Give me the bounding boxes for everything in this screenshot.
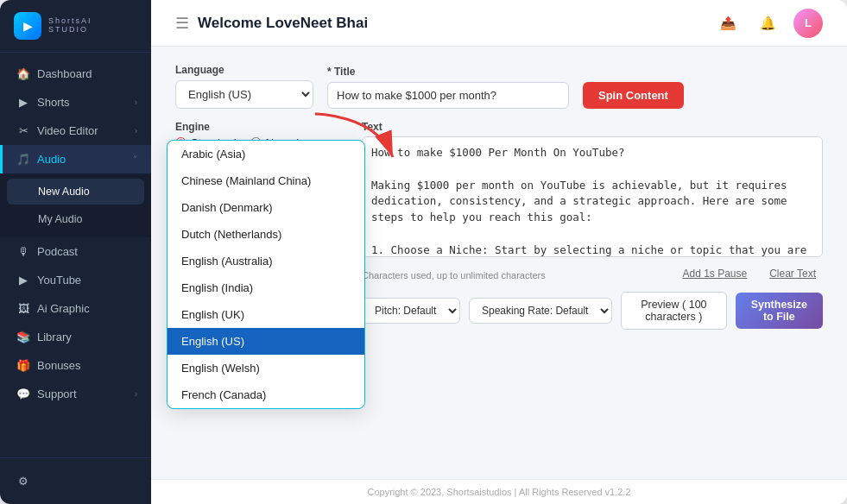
dropdown-item-arabic[interactable]: Arabic (Asia) [168,141,364,167]
notification-icon[interactable]: 🔔 [754,9,781,37]
dropdown-item-chinese[interactable]: Chinese (Mainland China) [168,167,364,194]
sidebar-item-new-audio[interactable]: New Audio [7,179,144,205]
sidebar-toggle-icon[interactable]: ☰ [175,14,189,33]
sidebar-logo: ▶ ShortsAI STUDIO [0,0,151,53]
synthesize-button[interactable]: Synthesize to File [736,293,823,329]
engine-label: Engine [175,121,348,133]
sidebar-bottom: ⚙ [0,457,151,504]
form-area: Language English (US) Arabic (Asia) * Ti… [151,47,847,479]
dropdown-item-english-au[interactable]: English (Australia) [168,248,364,274]
language-dropdown: Arabic (Asia) Chinese (Mainland China) D… [167,140,365,409]
dropdown-item-english-welsh[interactable]: English (Welsh) [168,355,364,381]
youtube-icon: ▶ [16,274,30,287]
app-window: ▶ ShortsAI STUDIO 🏠Dashboard ▶Shorts › ✂… [0,0,847,504]
spin-label: Spin Content [583,66,684,78]
chevron-right-icon: › [135,98,137,107]
title-label: * Title [327,66,569,78]
video-editor-icon: ✂ [16,124,30,137]
library-icon: 📚 [16,331,30,343]
sidebar-item-podcast[interactable]: 🎙Podcast [0,237,151,266]
sidebar-item-bonuses[interactable]: 🎁Bonuses [0,351,151,380]
audio-icon: 🎵 [16,153,30,166]
footer: Copyright © 2023, Shortsaistudios | All … [151,479,847,504]
dropdown-list: Arabic (Asia) Chinese (Mainland China) D… [168,141,364,408]
spin-group: Spin Content Spin Content [583,66,684,109]
sidebar-item-dashboard[interactable]: 🏠Dashboard [0,60,151,88]
text-label: Text [362,121,823,133]
logo-text: ShortsAI STUDIO [48,17,92,35]
sidebar-item-shorts[interactable]: ▶Shorts › [0,88,151,117]
sidebar-item-my-audio[interactable]: My Audio [7,206,144,232]
support-icon: 💬 [16,387,30,400]
dropdown-item-danish[interactable]: Danish (Denmark) [168,194,364,221]
sidebar-item-video-editor[interactable]: ✂Video Editor › [0,117,151,145]
preview-button[interactable]: Preview ( 100 characters ) [621,292,727,330]
bonuses-icon: 🎁 [16,359,30,372]
form-row-top: Language English (US) Arabic (Asia) * Ti… [175,64,823,109]
footer-text: Copyright © 2023, Shortsaistudios | All … [367,487,630,497]
chevron-down-icon: ˅ [133,154,137,164]
dropdown-item-dutch[interactable]: Dutch (Netherlands) [168,221,364,248]
title-input[interactable] [327,82,569,109]
chevron-right-icon: › [135,389,137,399]
language-group: Language English (US) Arabic (Asia) [175,64,313,109]
logo-icon: ▶ [14,12,41,40]
title-group: * Title [327,66,569,109]
sidebar: ▶ ShortsAI STUDIO 🏠Dashboard ▶Shorts › ✂… [0,0,151,504]
pitch-select[interactable]: Pitch: Default [362,298,460,324]
clear-text-button[interactable]: Clear Text [762,264,823,283]
speaking-rate-select[interactable]: Speaking Rate: Default [469,298,612,324]
language-select[interactable]: English (US) Arabic (Asia) [175,80,313,109]
bottom-controls: Pitch: Default Speaking Rate: Default Pr… [362,292,823,330]
text-section: Text How to make $1000 Per Month On YouT… [362,121,823,330]
settings-icon: ⚙ [16,475,30,488]
dashboard-icon: 🏠 [16,67,30,80]
dropdown-item-english-in[interactable]: English (India) [168,274,364,301]
ai-graphic-icon: 🖼 [16,302,30,315]
podcast-icon: 🎙 [16,245,30,258]
header: ☰ Welcome LoveNeet Bhai 📤 🔔 L [151,0,847,47]
shorts-icon: ▶ [16,96,30,109]
sidebar-item-support[interactable]: 💬Support › [0,380,151,408]
dropdown-item-french-ca[interactable]: French (Canada) [168,381,364,408]
main-content: ☰ Welcome LoveNeet Bhai 📤 🔔 L Language E… [151,0,847,504]
avatar[interactable]: L [793,9,823,38]
spin-content-button[interactable]: Spin Content [583,82,684,109]
sidebar-menu: 🏠Dashboard ▶Shorts › ✂Video Editor › 🎵Au… [0,53,151,457]
sidebar-item-library[interactable]: 📚Library [0,323,151,351]
share-icon[interactable]: 📤 [714,9,742,37]
chevron-right-icon: › [135,126,137,135]
text-input[interactable]: How to make $1000 Per Month On YouTube? … [362,136,823,257]
sidebar-item-ai-graphic[interactable]: 🖼Ai Graphic [0,294,151,323]
page-title: Welcome LoveNeet Bhai [198,15,368,32]
dropdown-item-english-uk[interactable]: English (UK) [168,301,364,328]
sidebar-item-settings[interactable]: ⚙ [0,467,151,495]
audio-submenu: New Audio My Audio [0,173,151,237]
language-label: Language [175,64,313,76]
header-actions: 📤 🔔 L [714,9,823,38]
add-pause-button[interactable]: Add 1s Pause [675,264,754,283]
sidebar-item-audio[interactable]: 🎵Audio ˅ [0,145,151,173]
dropdown-item-english-us[interactable]: English (US) [168,328,364,355]
sidebar-item-youtube[interactable]: ▶YouTube [0,266,151,294]
char-info: Characters used, up to unlimited charact… [362,270,546,280]
